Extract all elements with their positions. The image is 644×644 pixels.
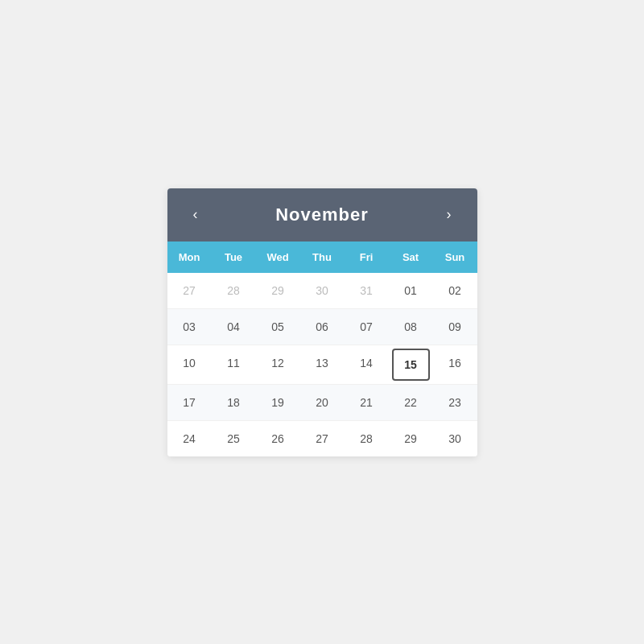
calendar-row: 24252627282930: [167, 421, 477, 456]
calendar-body: 2728293031010203040506070809101112131415…: [167, 273, 477, 456]
day-header-sun: Sun: [433, 242, 477, 273]
calendar-day-04[interactable]: 04: [212, 309, 256, 345]
calendar-day-07[interactable]: 07: [345, 309, 389, 345]
calendar-day-25[interactable]: 25: [212, 421, 256, 456]
day-header-thu: Thu: [300, 242, 345, 273]
month-title: November: [275, 204, 369, 225]
calendar-day-19[interactable]: 19: [256, 385, 300, 420]
calendar-day-08[interactable]: 08: [389, 309, 433, 345]
calendar-day-26[interactable]: 26: [256, 421, 300, 456]
calendar-day-02[interactable]: 02: [433, 273, 477, 308]
calendar-day-28[interactable]: 28: [212, 273, 256, 308]
calendar-widget: ‹ November › MonTueWedThuFriSatSun 27282…: [167, 188, 477, 456]
calendar-day-31[interactable]: 31: [345, 273, 389, 308]
calendar-day-20[interactable]: 20: [300, 385, 345, 420]
calendar-day-30[interactable]: 30: [433, 421, 477, 456]
day-header-tue: Tue: [212, 242, 256, 273]
calendar-header: ‹ November ›: [167, 188, 477, 242]
calendar-day-23[interactable]: 23: [433, 385, 477, 420]
day-header-mon: Mon: [167, 242, 212, 273]
calendar-day-18[interactable]: 18: [212, 385, 256, 420]
calendar-day-29[interactable]: 29: [389, 421, 433, 456]
calendar-day-10[interactable]: 10: [167, 345, 212, 384]
calendar-day-27[interactable]: 27: [167, 273, 212, 308]
prev-month-button[interactable]: ‹: [184, 203, 208, 227]
calendar-day-21[interactable]: 21: [345, 385, 389, 420]
calendar-day-29[interactable]: 29: [256, 273, 300, 308]
calendar-day-03[interactable]: 03: [167, 309, 212, 345]
calendar-day-11[interactable]: 11: [212, 345, 256, 384]
next-month-button[interactable]: ›: [437, 203, 461, 227]
calendar-day-17[interactable]: 17: [167, 385, 212, 420]
days-header: MonTueWedThuFriSatSun: [167, 242, 477, 273]
day-header-wed: Wed: [256, 242, 300, 273]
calendar-day-27[interactable]: 27: [300, 421, 345, 456]
calendar-day-16[interactable]: 16: [433, 345, 477, 384]
day-header-sat: Sat: [389, 242, 433, 273]
calendar-day-06[interactable]: 06: [300, 309, 345, 345]
calendar-row: 03040506070809: [167, 309, 477, 345]
calendar-day-01[interactable]: 01: [389, 273, 433, 308]
calendar-day-13[interactable]: 13: [300, 345, 345, 384]
calendar-day-15[interactable]: 15: [392, 349, 430, 381]
calendar-row: 27282930310102: [167, 273, 477, 309]
day-header-fri: Fri: [345, 242, 389, 273]
calendar-row: 17181920212223: [167, 385, 477, 421]
calendar-day-24[interactable]: 24: [167, 421, 212, 456]
calendar-row: 10111213141516: [167, 345, 477, 385]
calendar-day-30[interactable]: 30: [300, 273, 345, 308]
calendar-day-22[interactable]: 22: [389, 385, 433, 420]
calendar-day-28[interactable]: 28: [345, 421, 389, 456]
calendar-day-12[interactable]: 12: [256, 345, 300, 384]
calendar-day-14[interactable]: 14: [345, 345, 389, 384]
calendar-day-05[interactable]: 05: [256, 309, 300, 345]
calendar-day-09[interactable]: 09: [433, 309, 477, 345]
